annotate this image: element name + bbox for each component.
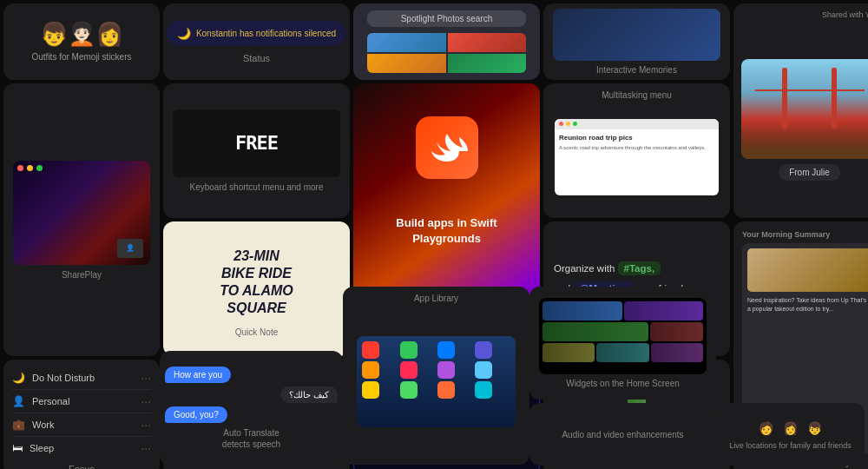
widgets-row-3 <box>542 343 704 362</box>
work-dots: ··· <box>141 418 151 432</box>
morning-body: Need inspiration? Take ideas from Up Tha… <box>747 296 868 314</box>
mt-close <box>559 122 563 126</box>
app-9 <box>362 381 379 399</box>
bridge-base <box>741 124 868 159</box>
keyboard-screen: FREE <box>173 109 341 177</box>
shareplay-screen: 👤 <box>13 161 150 265</box>
moon-icon: 🌙 <box>177 27 191 40</box>
dnd-label: Do Not Disturb <box>32 373 134 383</box>
focus-tile[interactable]: 🌙 Do Not Disturb ··· 👤 Personal ··· 💼 Wo… <box>3 360 160 469</box>
focus-label: Focus <box>69 464 95 470</box>
memoji-tile[interactable]: 👦🧑🏻‍🦱👩 Outfits for Memoji stickers <box>3 3 160 80</box>
app-4 <box>475 341 492 359</box>
multitask-content: Reunion road trip pics A scenic road tri… <box>555 129 719 156</box>
w5 <box>542 343 595 362</box>
app-11 <box>437 381 455 399</box>
widgets-row-2 <box>542 322 704 341</box>
memories-preview <box>553 9 721 61</box>
livelocations-tile[interactable]: 🧑 👩 👦 Live locations for family and frie… <box>716 403 865 466</box>
memoji-emojis: 👦🧑🏻‍🦱👩 <box>40 21 123 48</box>
status-tile[interactable]: 🌙 Konstantin has notifications silenced … <box>163 3 350 80</box>
audio-tile[interactable]: Audio and video enhancements <box>529 403 716 466</box>
bubble-en2: Good, you? <box>165 406 227 423</box>
from-julie-text: From Julie <box>789 168 830 177</box>
morning-food-image <box>747 248 868 292</box>
w7 <box>651 343 704 362</box>
shareplay-label: SharePlay <box>62 270 102 280</box>
interactive-label: Interactive Memories <box>596 65 677 75</box>
swift-title: Build apps in Swift Playgrounds <box>362 215 531 247</box>
w1 <box>542 301 622 320</box>
translate-label: Auto Translatedetects speech <box>222 427 280 450</box>
widgets-tile[interactable]: Widgets on the Home Screen <box>529 287 716 400</box>
w3 <box>542 322 648 341</box>
multitask-titlebar <box>555 119 719 129</box>
sleep-label: Sleep <box>30 443 134 453</box>
app-6 <box>400 361 418 379</box>
translate-bubbles: How are you كيف حالك؟ Good, you? <box>165 367 338 423</box>
personal-icon: 👤 <box>12 395 25 407</box>
tags-badge: #Tags, <box>618 261 661 275</box>
mt-max <box>573 122 577 126</box>
widgets-screen <box>539 298 707 374</box>
focus-personal-row: 👤 Personal ··· <box>12 390 151 413</box>
interactive-memories-tile[interactable]: Interactive Memories <box>543 3 730 80</box>
app-7 <box>437 361 455 379</box>
multitask-body: A scenic road trip adventure through the… <box>559 144 714 152</box>
swift-logo-icon <box>426 127 468 168</box>
app-container: 👦🧑🏻‍🦱👩 Outfits for Memoji stickers 🌙 Kon… <box>0 0 868 469</box>
keyboard-tile[interactable]: FREE Keyboard shortcut menu and more <box>163 83 350 218</box>
translate-tile[interactable]: How are you كيف حالك؟ Good, you? Auto Tr… <box>160 351 343 466</box>
bubble-en: How are you <box>165 367 231 383</box>
shared-tile[interactable]: Shared with You From Julie <box>733 3 868 218</box>
avatar-2: 👩 <box>780 418 801 439</box>
personal-dots: ··· <box>141 394 151 408</box>
minimize-dot <box>27 165 33 171</box>
user-face: 👤 <box>117 239 143 258</box>
multitask-window-title: Reunion road trip pics <box>559 134 714 142</box>
photo-3 <box>367 54 445 73</box>
w4 <box>650 322 703 341</box>
from-julie-badge: From Julie <box>779 164 840 181</box>
keyboard-display-text: FREE <box>235 132 278 154</box>
photo-4 <box>448 54 526 73</box>
app-3 <box>437 341 455 359</box>
close-dot <box>17 165 23 171</box>
dnd-dots: ··· <box>141 371 151 385</box>
app-5 <box>362 361 379 379</box>
spotlight-photo-grid <box>367 33 526 73</box>
applibrary-label-top: App Library <box>414 294 458 303</box>
keyboard-label: Keyboard shortcut menu and more <box>183 182 331 193</box>
focus-list: 🌙 Do Not Disturb ··· 👤 Personal ··· 💼 Wo… <box>3 362 160 464</box>
quicknote-tile[interactable]: 23-MINBIKE RIDETO ALAMOSQUARE Quick Note <box>163 221 350 356</box>
app-1 <box>362 341 379 359</box>
status-bubble: 🌙 Konstantin has notifications silenced <box>167 21 346 46</box>
bridge-tower-right <box>832 68 837 129</box>
work-label: Work <box>32 419 134 430</box>
maximize-dot <box>36 165 43 171</box>
mt-min <box>566 122 570 126</box>
morning-title: Your Morning Summary <box>742 230 868 239</box>
ll-avatars: 🧑 👩 👦 <box>756 418 825 439</box>
multitasking-tile[interactable]: Multitasking menu Reunion road trip pics… <box>543 83 730 218</box>
organize-line1: Organize with #Tags, <box>554 259 720 279</box>
sleep-icon: 🛏 <box>12 442 23 454</box>
memoji-label: Outfits for Memoji stickers <box>26 51 136 63</box>
shareplay-tile[interactable]: 👤 SharePlay <box>3 83 160 356</box>
applibrary-tile[interactable]: App Library <box>343 287 529 465</box>
bridge-cable <box>755 89 865 91</box>
spotlight-tile[interactable]: Spotlight Photos search <box>353 3 540 80</box>
app-2 <box>400 341 418 359</box>
focus-dnd-row: 🌙 Do Not Disturb ··· <box>12 367 151 390</box>
focus-work-row: 💼 Work ··· <box>12 413 151 437</box>
audio-label: Audio and video enhancements <box>562 429 683 440</box>
spotlight-label: Spotlight Photos search <box>401 14 493 23</box>
bridge-image <box>741 59 868 159</box>
shared-label: Shared with You <box>822 10 868 19</box>
w2 <box>624 301 704 320</box>
avatar-1: 🧑 <box>756 418 777 439</box>
focus-sleep-row: 🛏 Sleep ··· <box>12 437 151 459</box>
work-icon: 💼 <box>12 419 25 431</box>
multitask-label: Multitasking menu <box>543 90 730 100</box>
widgets-row-1 <box>542 301 704 320</box>
